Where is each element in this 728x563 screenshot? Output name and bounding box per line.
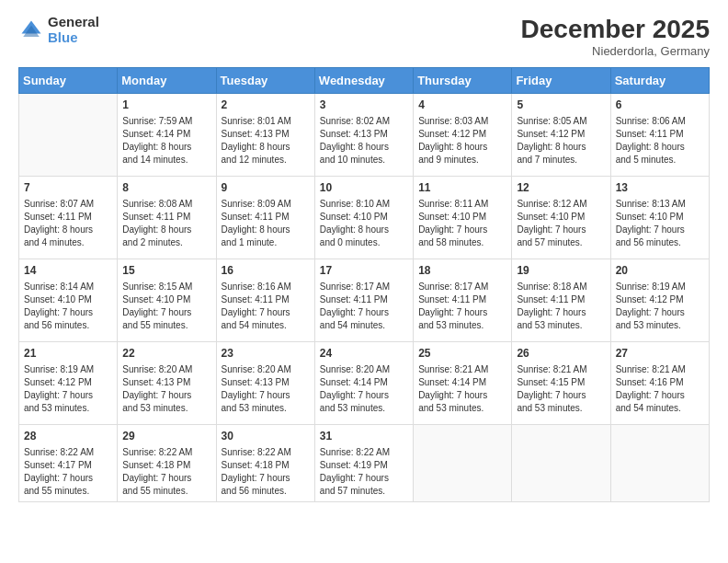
- table-row: 28Sunrise: 8:22 AMSunset: 4:17 PMDayligh…: [19, 425, 118, 502]
- table-row: 27Sunrise: 8:21 AMSunset: 4:16 PMDayligh…: [610, 342, 709, 425]
- table-row: 24Sunrise: 8:20 AMSunset: 4:14 PMDayligh…: [314, 342, 413, 425]
- day-info: Sunrise: 8:21 AMSunset: 4:14 PMDaylight:…: [418, 363, 506, 415]
- logo-icon: [18, 17, 44, 43]
- col-friday: Friday: [512, 68, 610, 94]
- day-info: Sunrise: 8:21 AMSunset: 4:15 PMDaylight:…: [517, 363, 605, 415]
- table-row: 11Sunrise: 8:11 AMSunset: 4:10 PMDayligh…: [414, 177, 512, 259]
- table-row: 12Sunrise: 8:12 AMSunset: 4:10 PMDayligh…: [512, 177, 610, 259]
- calendar-subtitle: Niederdorla, Germany: [521, 44, 710, 58]
- table-row: 19Sunrise: 8:18 AMSunset: 4:11 PMDayligh…: [512, 259, 610, 342]
- day-info: Sunrise: 7:59 AMSunset: 4:14 PMDaylight:…: [122, 115, 210, 167]
- table-row: 4Sunrise: 8:03 AMSunset: 4:12 PMDaylight…: [414, 94, 512, 177]
- table-row: [19, 94, 118, 177]
- calendar-title: December 2025: [521, 15, 710, 44]
- table-row: 30Sunrise: 8:22 AMSunset: 4:18 PMDayligh…: [216, 425, 314, 502]
- col-monday: Monday: [118, 68, 216, 94]
- day-number: 19: [517, 263, 605, 279]
- day-number: 3: [320, 98, 408, 113]
- day-info: Sunrise: 8:10 AMSunset: 4:10 PMDaylight:…: [320, 198, 408, 249]
- day-number: 27: [616, 346, 704, 362]
- col-wednesday: Wednesday: [314, 68, 413, 94]
- day-info: Sunrise: 8:05 AMSunset: 4:12 PMDaylight:…: [517, 115, 605, 167]
- day-number: 2: [222, 98, 310, 113]
- day-number: 8: [122, 180, 210, 196]
- day-number: 30: [222, 429, 310, 444]
- day-info: Sunrise: 8:12 AMSunset: 4:10 PMDaylight:…: [517, 198, 605, 249]
- table-row: 14Sunrise: 8:14 AMSunset: 4:10 PMDayligh…: [19, 259, 118, 342]
- logo-general-text: General: [48, 15, 99, 30]
- day-number: 31: [320, 429, 408, 444]
- table-row: 6Sunrise: 8:06 AMSunset: 4:11 PMDaylight…: [610, 94, 709, 177]
- day-number: 24: [320, 346, 408, 362]
- day-number: 6: [616, 98, 704, 113]
- day-info: Sunrise: 8:02 AMSunset: 4:13 PMDaylight:…: [320, 115, 408, 167]
- page: General Blue December 2025 Niederdorla, …: [0, 0, 728, 563]
- table-row: [512, 425, 610, 502]
- table-row: 23Sunrise: 8:20 AMSunset: 4:13 PMDayligh…: [216, 342, 314, 425]
- day-number: 20: [616, 263, 704, 279]
- table-row: [610, 425, 709, 502]
- day-number: 12: [517, 180, 605, 196]
- day-info: Sunrise: 8:19 AMSunset: 4:12 PMDaylight:…: [24, 363, 112, 415]
- title-block: December 2025 Niederdorla, Germany: [521, 15, 710, 58]
- day-number: 4: [418, 98, 506, 113]
- table-row: 20Sunrise: 8:19 AMSunset: 4:12 PMDayligh…: [610, 259, 709, 342]
- day-number: 5: [517, 98, 605, 113]
- table-row: 16Sunrise: 8:16 AMSunset: 4:11 PMDayligh…: [216, 259, 314, 342]
- day-number: 28: [24, 429, 112, 444]
- day-info: Sunrise: 8:17 AMSunset: 4:11 PMDaylight:…: [418, 281, 506, 332]
- day-info: Sunrise: 8:20 AMSunset: 4:14 PMDaylight:…: [320, 363, 408, 415]
- table-row: 1Sunrise: 7:59 AMSunset: 4:14 PMDaylight…: [118, 94, 216, 177]
- day-info: Sunrise: 8:20 AMSunset: 4:13 PMDaylight:…: [122, 363, 210, 415]
- table-row: 9Sunrise: 8:09 AMSunset: 4:11 PMDaylight…: [216, 177, 314, 259]
- day-number: 9: [222, 180, 310, 196]
- day-number: 29: [122, 429, 210, 444]
- day-info: Sunrise: 8:07 AMSunset: 4:11 PMDaylight:…: [24, 198, 112, 249]
- day-info: Sunrise: 8:18 AMSunset: 4:11 PMDaylight:…: [517, 281, 605, 332]
- calendar-table: Sunday Monday Tuesday Wednesday Thursday…: [18, 67, 710, 502]
- logo-text: General Blue: [48, 15, 99, 45]
- day-info: Sunrise: 8:06 AMSunset: 4:11 PMDaylight:…: [616, 115, 704, 167]
- day-info: Sunrise: 8:16 AMSunset: 4:11 PMDaylight:…: [222, 281, 310, 332]
- table-row: 29Sunrise: 8:22 AMSunset: 4:18 PMDayligh…: [118, 425, 216, 502]
- table-row: 7Sunrise: 8:07 AMSunset: 4:11 PMDaylight…: [19, 177, 118, 259]
- day-info: Sunrise: 8:03 AMSunset: 4:12 PMDaylight:…: [418, 115, 506, 167]
- day-number: 11: [418, 180, 506, 196]
- day-number: 15: [122, 263, 210, 279]
- day-info: Sunrise: 8:14 AMSunset: 4:10 PMDaylight:…: [24, 281, 112, 332]
- logo-blue-text: Blue: [48, 30, 99, 46]
- table-row: 3Sunrise: 8:02 AMSunset: 4:13 PMDaylight…: [314, 94, 413, 177]
- day-number: 16: [222, 263, 310, 279]
- day-info: Sunrise: 8:22 AMSunset: 4:19 PMDaylight:…: [320, 446, 408, 498]
- table-row: 22Sunrise: 8:20 AMSunset: 4:13 PMDayligh…: [118, 342, 216, 425]
- table-row: 21Sunrise: 8:19 AMSunset: 4:12 PMDayligh…: [19, 342, 118, 425]
- day-number: 13: [616, 180, 704, 196]
- day-info: Sunrise: 8:01 AMSunset: 4:13 PMDaylight:…: [222, 115, 310, 167]
- day-info: Sunrise: 8:22 AMSunset: 4:18 PMDaylight:…: [222, 446, 310, 498]
- header-row: Sunday Monday Tuesday Wednesday Thursday…: [19, 68, 710, 94]
- day-number: 25: [418, 346, 506, 362]
- day-number: 21: [24, 346, 112, 362]
- day-number: 10: [320, 180, 408, 196]
- day-info: Sunrise: 8:09 AMSunset: 4:11 PMDaylight:…: [222, 198, 310, 249]
- table-row: 31Sunrise: 8:22 AMSunset: 4:19 PMDayligh…: [314, 425, 413, 502]
- table-row: 17Sunrise: 8:17 AMSunset: 4:11 PMDayligh…: [314, 259, 413, 342]
- day-number: 7: [24, 180, 112, 196]
- day-number: 22: [122, 346, 210, 362]
- day-number: 26: [517, 346, 605, 362]
- day-number: 23: [222, 346, 310, 362]
- day-info: Sunrise: 8:17 AMSunset: 4:11 PMDaylight:…: [320, 281, 408, 332]
- day-info: Sunrise: 8:22 AMSunset: 4:18 PMDaylight:…: [122, 446, 210, 498]
- table-row: 18Sunrise: 8:17 AMSunset: 4:11 PMDayligh…: [414, 259, 512, 342]
- table-row: 13Sunrise: 8:13 AMSunset: 4:10 PMDayligh…: [610, 177, 709, 259]
- table-row: [414, 425, 512, 502]
- header: General Blue December 2025 Niederdorla, …: [18, 15, 710, 58]
- table-row: 10Sunrise: 8:10 AMSunset: 4:10 PMDayligh…: [314, 177, 413, 259]
- table-row: 25Sunrise: 8:21 AMSunset: 4:14 PMDayligh…: [414, 342, 512, 425]
- table-row: 26Sunrise: 8:21 AMSunset: 4:15 PMDayligh…: [512, 342, 610, 425]
- day-number: 17: [320, 263, 408, 279]
- table-row: 15Sunrise: 8:15 AMSunset: 4:10 PMDayligh…: [118, 259, 216, 342]
- day-info: Sunrise: 8:15 AMSunset: 4:10 PMDaylight:…: [122, 281, 210, 332]
- day-info: Sunrise: 8:20 AMSunset: 4:13 PMDaylight:…: [222, 363, 310, 415]
- day-number: 18: [418, 263, 506, 279]
